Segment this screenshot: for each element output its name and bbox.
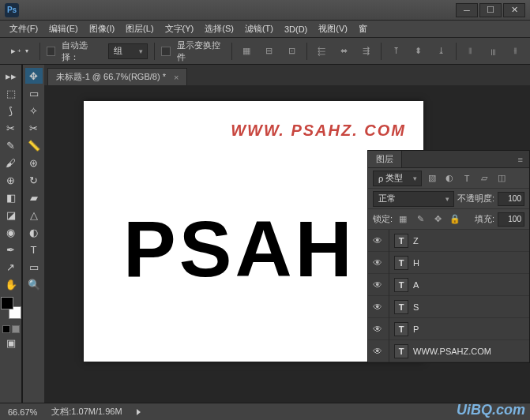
layer-name: Z bbox=[413, 236, 419, 246]
menu-item[interactable]: 3D(D) bbox=[284, 24, 307, 34]
menu-item[interactable]: 编辑(E) bbox=[49, 23, 78, 35]
slice-tool[interactable]: ✂ bbox=[25, 120, 43, 136]
opacity-input[interactable] bbox=[498, 192, 524, 206]
blend-mode-dropdown[interactable]: 正常 bbox=[373, 191, 454, 207]
eraser-tool[interactable]: ◧ bbox=[2, 189, 20, 205]
layer-row[interactable]: 👁TZ bbox=[368, 230, 529, 252]
rect-select-tool[interactable]: ▭ bbox=[25, 85, 43, 101]
sharpen-tool[interactable]: △ bbox=[25, 207, 43, 223]
align-top-icon[interactable]: ⤒ bbox=[388, 43, 404, 59]
lock-label: 锁定: bbox=[373, 213, 393, 225]
filter-kind-dropdown[interactable]: ρ 类型 bbox=[373, 171, 422, 186]
menu-item[interactable]: 选择(S) bbox=[205, 23, 234, 35]
lock-all-icon[interactable]: 🔒 bbox=[448, 213, 462, 226]
type-layer-icon: T bbox=[394, 256, 408, 270]
layer-name: WWW.PSAHZ.COM bbox=[413, 347, 491, 356]
zoom-tool[interactable]: 🔍 bbox=[25, 276, 43, 292]
visibility-icon[interactable]: 👁 bbox=[373, 324, 384, 335]
auto-select-checkbox[interactable] bbox=[47, 47, 55, 56]
close-tab-icon[interactable]: × bbox=[174, 73, 179, 82]
layer-row[interactable]: 👁TS bbox=[368, 296, 529, 318]
menu-item[interactable]: 图层(L) bbox=[126, 23, 153, 35]
close-button[interactable]: ✕ bbox=[503, 3, 525, 17]
wand-tool[interactable]: ✧ bbox=[25, 103, 43, 118]
distribute-icon[interactable]: ⫵ bbox=[507, 43, 524, 59]
align-icon[interactable]: ⊟ bbox=[261, 43, 278, 59]
path-tool[interactable]: ↗ bbox=[2, 259, 20, 275]
marquee-tool[interactable]: ⬚ bbox=[2, 85, 20, 101]
layer-name: A bbox=[413, 280, 419, 290]
menu-item[interactable]: 滤镜(T) bbox=[245, 23, 273, 35]
type-tool[interactable]: T bbox=[25, 242, 43, 257]
distribute-icon[interactable]: ⫼ bbox=[485, 43, 502, 59]
distribute-icon[interactable]: ⫴ bbox=[462, 43, 479, 59]
layer-row[interactable]: 👁TWWW.PSAHZ.COM bbox=[368, 340, 529, 362]
align-icon[interactable]: ⊡ bbox=[284, 43, 300, 59]
align-right-icon[interactable]: ⇶ bbox=[359, 43, 375, 59]
bucket-tool[interactable]: ▰ bbox=[25, 189, 43, 205]
minimize-button[interactable]: ─ bbox=[456, 3, 478, 17]
group-dropdown[interactable]: 组 bbox=[108, 43, 148, 59]
menu-item[interactable]: 文字(Y) bbox=[165, 23, 194, 35]
color-swatches[interactable] bbox=[1, 297, 21, 319]
quickmask-tool[interactable]: ▣ bbox=[2, 335, 20, 351]
tool-indicator[interactable]: ▸+ ▾ bbox=[6, 44, 33, 58]
lock-transparent-icon[interactable]: ▦ bbox=[396, 213, 410, 226]
stamp-tool[interactable]: ⊕ bbox=[2, 172, 20, 188]
zoom-level[interactable]: 66.67% bbox=[8, 407, 37, 417]
visibility-icon[interactable]: 👁 bbox=[373, 346, 384, 357]
filter-shape-icon[interactable]: ▱ bbox=[477, 172, 491, 185]
filter-pixel-icon[interactable]: ▧ bbox=[425, 172, 439, 185]
show-transform-checkbox[interactable] bbox=[161, 47, 170, 56]
align-middle-icon[interactable]: ⬍ bbox=[410, 43, 427, 59]
lasso-tool[interactable]: ⟆ bbox=[2, 103, 20, 118]
align-left-icon[interactable]: ⬱ bbox=[313, 43, 329, 59]
history-brush-tool[interactable]: ↻ bbox=[25, 172, 43, 188]
visibility-icon[interactable]: 👁 bbox=[373, 235, 384, 246]
show-transform-label: 显示变换控件 bbox=[177, 39, 226, 63]
hand-tool[interactable]: ✋ bbox=[2, 276, 20, 292]
opacity-label: 不透明度: bbox=[457, 193, 494, 204]
eyedropper-tool[interactable]: ✎ bbox=[2, 137, 20, 153]
lock-position-icon[interactable]: ✥ bbox=[430, 213, 445, 226]
filter-type-icon[interactable]: T bbox=[460, 172, 474, 185]
site-watermark: UiBQ.com bbox=[457, 402, 525, 418]
layer-row[interactable]: 👁TA bbox=[368, 274, 529, 296]
menu-item[interactable]: 窗 bbox=[359, 23, 367, 35]
dodge-tool[interactable]: ◐ bbox=[25, 224, 43, 240]
blur-tool[interactable]: ◉ bbox=[2, 224, 20, 240]
layer-name: S bbox=[413, 302, 419, 312]
filter-smart-icon[interactable]: ◫ bbox=[494, 172, 509, 185]
fill-input[interactable] bbox=[498, 212, 524, 227]
menu-item[interactable]: 图像(I) bbox=[89, 23, 115, 35]
brush-tool[interactable]: 🖌 bbox=[2, 155, 20, 171]
menu-item[interactable]: 文件(F) bbox=[9, 23, 38, 35]
layer-row[interactable]: 👁TH bbox=[368, 252, 529, 274]
align-bottom-icon[interactable]: ⤓ bbox=[433, 43, 449, 59]
status-arrow-icon[interactable] bbox=[137, 409, 141, 415]
pen-tool[interactable]: ✒ bbox=[2, 242, 20, 257]
filter-adjust-icon[interactable]: ◐ bbox=[442, 172, 457, 185]
lock-pixels-icon[interactable]: ✎ bbox=[413, 213, 427, 226]
align-icon[interactable]: ▦ bbox=[239, 43, 255, 59]
document-tab[interactable]: 未标题-1 @ 66.7%(RGB/8) * × bbox=[47, 68, 187, 85]
align-center-icon[interactable]: ⬌ bbox=[336, 43, 352, 59]
visibility-icon[interactable]: 👁 bbox=[373, 279, 384, 291]
move-tool[interactable]: ✥ bbox=[25, 68, 43, 84]
visibility-icon[interactable]: 👁 bbox=[373, 302, 384, 313]
type-layer-icon: T bbox=[394, 234, 408, 248]
shape-tool[interactable]: ▭ bbox=[25, 259, 43, 275]
crop-tool[interactable]: ✂ bbox=[2, 120, 20, 136]
type-layer-icon: T bbox=[394, 322, 408, 336]
heal-tool[interactable]: ⊛ bbox=[25, 155, 43, 171]
expand-icon[interactable]: ▸▸ bbox=[2, 68, 20, 84]
layers-panel-tab[interactable]: 图层 bbox=[368, 151, 402, 167]
ruler-tool[interactable]: 📏 bbox=[25, 137, 43, 153]
gradient-tool[interactable]: ◪ bbox=[2, 207, 20, 223]
canvas-watermark: WWW. PSAHZ. COM bbox=[231, 122, 406, 140]
visibility-icon[interactable]: 👁 bbox=[373, 257, 384, 268]
layer-row[interactable]: 👁TP bbox=[368, 318, 529, 340]
maximize-button[interactable]: ☐ bbox=[479, 3, 502, 17]
panel-menu-icon[interactable]: ≡ bbox=[512, 155, 529, 164]
menu-item[interactable]: 视图(V) bbox=[318, 23, 348, 35]
